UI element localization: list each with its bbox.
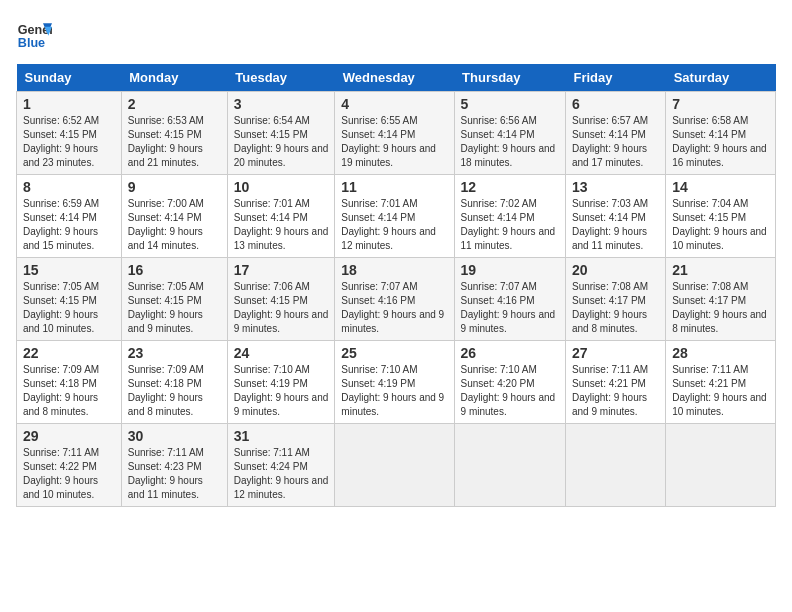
sunrise-label: Sunrise: 7:01 AM: [234, 198, 310, 209]
calendar-cell: 26 Sunrise: 7:10 AM Sunset: 4:20 PM Dayl…: [454, 341, 565, 424]
sunset-label: Sunset: 4:23 PM: [128, 461, 202, 472]
day-number: 13: [572, 179, 659, 195]
sunset-label: Sunset: 4:15 PM: [23, 129, 97, 140]
sunset-label: Sunset: 4:17 PM: [672, 295, 746, 306]
day-number: 9: [128, 179, 221, 195]
calendar-cell: 31 Sunrise: 7:11 AM Sunset: 4:24 PM Dayl…: [227, 424, 335, 507]
sunset-label: Sunset: 4:15 PM: [128, 295, 202, 306]
sunrise-label: Sunrise: 7:04 AM: [672, 198, 748, 209]
calendar-cell: 11 Sunrise: 7:01 AM Sunset: 4:14 PM Dayl…: [335, 175, 454, 258]
calendar-week-row: 8 Sunrise: 6:59 AM Sunset: 4:14 PM Dayli…: [17, 175, 776, 258]
sunrise-label: Sunrise: 7:08 AM: [672, 281, 748, 292]
day-info: Sunrise: 6:57 AM Sunset: 4:14 PM Dayligh…: [572, 114, 659, 170]
sunrise-label: Sunrise: 7:01 AM: [341, 198, 417, 209]
calendar-header-row: SundayMondayTuesdayWednesdayThursdayFrid…: [17, 64, 776, 92]
day-number: 6: [572, 96, 659, 112]
calendar-cell: 7 Sunrise: 6:58 AM Sunset: 4:14 PM Dayli…: [666, 92, 776, 175]
day-number: 29: [23, 428, 115, 444]
calendar-cell: 15 Sunrise: 7:05 AM Sunset: 4:15 PM Dayl…: [17, 258, 122, 341]
daylight-label: Daylight: 9 hours and 17 minutes.: [572, 143, 647, 168]
day-info: Sunrise: 7:11 AM Sunset: 4:21 PM Dayligh…: [572, 363, 659, 419]
day-info: Sunrise: 7:00 AM Sunset: 4:14 PM Dayligh…: [128, 197, 221, 253]
daylight-label: Daylight: 9 hours and 8 minutes.: [672, 309, 767, 334]
day-info: Sunrise: 6:59 AM Sunset: 4:14 PM Dayligh…: [23, 197, 115, 253]
day-info: Sunrise: 7:09 AM Sunset: 4:18 PM Dayligh…: [128, 363, 221, 419]
day-number: 2: [128, 96, 221, 112]
calendar-cell: 22 Sunrise: 7:09 AM Sunset: 4:18 PM Dayl…: [17, 341, 122, 424]
day-info: Sunrise: 7:10 AM Sunset: 4:19 PM Dayligh…: [234, 363, 329, 419]
calendar-cell: 8 Sunrise: 6:59 AM Sunset: 4:14 PM Dayli…: [17, 175, 122, 258]
page-header: General Blue: [16, 16, 776, 52]
sunset-label: Sunset: 4:14 PM: [234, 212, 308, 223]
daylight-label: Daylight: 9 hours and 9 minutes.: [234, 309, 329, 334]
sunset-label: Sunset: 4:14 PM: [128, 212, 202, 223]
daylight-label: Daylight: 9 hours and 19 minutes.: [341, 143, 436, 168]
sunrise-label: Sunrise: 6:52 AM: [23, 115, 99, 126]
day-info: Sunrise: 6:52 AM Sunset: 4:15 PM Dayligh…: [23, 114, 115, 170]
calendar-week-row: 29 Sunrise: 7:11 AM Sunset: 4:22 PM Dayl…: [17, 424, 776, 507]
day-number: 24: [234, 345, 329, 361]
calendar-day-header: Wednesday: [335, 64, 454, 92]
daylight-label: Daylight: 9 hours and 23 minutes.: [23, 143, 98, 168]
sunrise-label: Sunrise: 7:08 AM: [572, 281, 648, 292]
calendar-cell: 29 Sunrise: 7:11 AM Sunset: 4:22 PM Dayl…: [17, 424, 122, 507]
day-number: 15: [23, 262, 115, 278]
day-info: Sunrise: 7:08 AM Sunset: 4:17 PM Dayligh…: [672, 280, 769, 336]
calendar-cell: 23 Sunrise: 7:09 AM Sunset: 4:18 PM Dayl…: [121, 341, 227, 424]
sunset-label: Sunset: 4:18 PM: [128, 378, 202, 389]
sunrise-label: Sunrise: 6:54 AM: [234, 115, 310, 126]
day-number: 20: [572, 262, 659, 278]
sunrise-label: Sunrise: 7:06 AM: [234, 281, 310, 292]
sunset-label: Sunset: 4:14 PM: [341, 212, 415, 223]
calendar-cell: [666, 424, 776, 507]
calendar-cell: 2 Sunrise: 6:53 AM Sunset: 4:15 PM Dayli…: [121, 92, 227, 175]
daylight-label: Daylight: 9 hours and 10 minutes.: [672, 392, 767, 417]
day-info: Sunrise: 6:58 AM Sunset: 4:14 PM Dayligh…: [672, 114, 769, 170]
daylight-label: Daylight: 9 hours and 9 minutes.: [128, 309, 203, 334]
daylight-label: Daylight: 9 hours and 18 minutes.: [461, 143, 556, 168]
daylight-label: Daylight: 9 hours and 21 minutes.: [128, 143, 203, 168]
day-info: Sunrise: 7:06 AM Sunset: 4:15 PM Dayligh…: [234, 280, 329, 336]
daylight-label: Daylight: 9 hours and 9 minutes.: [461, 309, 556, 334]
daylight-label: Daylight: 9 hours and 9 minutes.: [461, 392, 556, 417]
sunrise-label: Sunrise: 7:10 AM: [234, 364, 310, 375]
sunrise-label: Sunrise: 7:09 AM: [128, 364, 204, 375]
calendar-cell: [335, 424, 454, 507]
day-number: 16: [128, 262, 221, 278]
sunrise-label: Sunrise: 7:02 AM: [461, 198, 537, 209]
day-number: 12: [461, 179, 559, 195]
sunrise-label: Sunrise: 6:56 AM: [461, 115, 537, 126]
daylight-label: Daylight: 9 hours and 11 minutes.: [128, 475, 203, 500]
calendar-cell: 13 Sunrise: 7:03 AM Sunset: 4:14 PM Dayl…: [566, 175, 666, 258]
daylight-label: Daylight: 9 hours and 8 minutes.: [23, 392, 98, 417]
calendar-cell: 21 Sunrise: 7:08 AM Sunset: 4:17 PM Dayl…: [666, 258, 776, 341]
calendar-cell: 27 Sunrise: 7:11 AM Sunset: 4:21 PM Dayl…: [566, 341, 666, 424]
calendar-day-header: Sunday: [17, 64, 122, 92]
day-number: 22: [23, 345, 115, 361]
sunrise-label: Sunrise: 7:07 AM: [341, 281, 417, 292]
calendar-cell: 19 Sunrise: 7:07 AM Sunset: 4:16 PM Dayl…: [454, 258, 565, 341]
calendar-cell: 18 Sunrise: 7:07 AM Sunset: 4:16 PM Dayl…: [335, 258, 454, 341]
sunset-label: Sunset: 4:14 PM: [572, 129, 646, 140]
sunset-label: Sunset: 4:14 PM: [672, 129, 746, 140]
calendar-cell: [566, 424, 666, 507]
day-number: 26: [461, 345, 559, 361]
sunrise-label: Sunrise: 7:11 AM: [234, 447, 310, 458]
day-number: 10: [234, 179, 329, 195]
calendar-day-header: Monday: [121, 64, 227, 92]
day-number: 27: [572, 345, 659, 361]
day-number: 11: [341, 179, 447, 195]
calendar-week-row: 1 Sunrise: 6:52 AM Sunset: 4:15 PM Dayli…: [17, 92, 776, 175]
daylight-label: Daylight: 9 hours and 10 minutes.: [23, 475, 98, 500]
calendar-cell: 4 Sunrise: 6:55 AM Sunset: 4:14 PM Dayli…: [335, 92, 454, 175]
calendar-cell: 14 Sunrise: 7:04 AM Sunset: 4:15 PM Dayl…: [666, 175, 776, 258]
calendar-cell: 10 Sunrise: 7:01 AM Sunset: 4:14 PM Dayl…: [227, 175, 335, 258]
calendar-table: SundayMondayTuesdayWednesdayThursdayFrid…: [16, 64, 776, 507]
sunset-label: Sunset: 4:15 PM: [672, 212, 746, 223]
daylight-label: Daylight: 9 hours and 9 minutes.: [341, 309, 444, 334]
calendar-cell: 5 Sunrise: 6:56 AM Sunset: 4:14 PM Dayli…: [454, 92, 565, 175]
calendar-cell: 20 Sunrise: 7:08 AM Sunset: 4:17 PM Dayl…: [566, 258, 666, 341]
calendar-cell: [454, 424, 565, 507]
day-number: 30: [128, 428, 221, 444]
daylight-label: Daylight: 9 hours and 16 minutes.: [672, 143, 767, 168]
